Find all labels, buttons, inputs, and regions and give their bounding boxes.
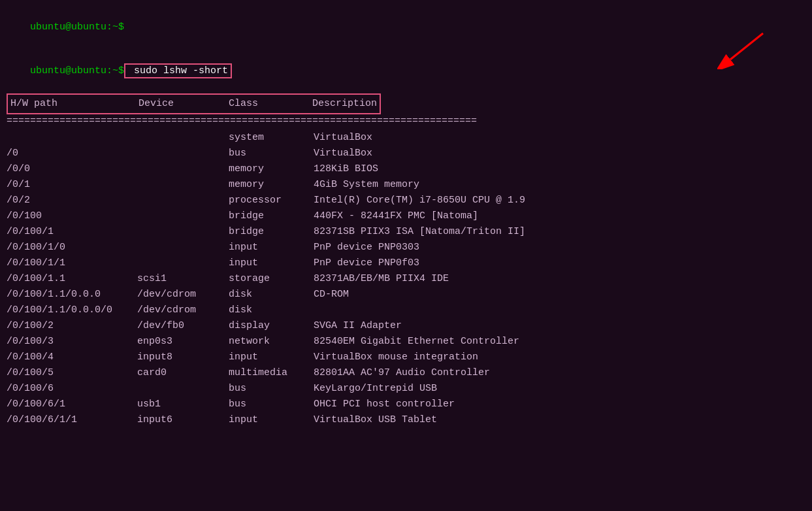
table-row: /0busVirtualBox xyxy=(7,146,805,161)
col-device: scsi1 xyxy=(137,271,229,287)
col-desc: VirtualBox mouse integration xyxy=(314,350,478,365)
table-row: /0/100/6busKeyLargo/Intrepid USB xyxy=(7,381,805,397)
col-device xyxy=(137,161,229,177)
col-device xyxy=(137,130,229,146)
table-row: /0/2processorIntel(R) Core(TM) i7-8650U … xyxy=(7,193,805,208)
col-path xyxy=(7,130,137,146)
col-class: multimedia xyxy=(229,365,314,381)
header-path: H/W path xyxy=(10,95,138,112)
header-box: H/W pathDeviceClassDescription xyxy=(7,93,381,114)
col-desc: VirtualBox USB Tablet xyxy=(314,412,437,428)
col-class: input xyxy=(229,350,314,365)
col-desc: PnP device PNP0f03 xyxy=(314,256,419,271)
table-row: /0/100/1/0inputPnP device PNP0303 xyxy=(7,240,805,256)
table-row: /0/100/1.1/0.0.0/0/dev/cdromdisk xyxy=(7,303,805,318)
col-path: /0/100/5 xyxy=(7,365,137,381)
col-desc: 128KiB BIOS xyxy=(314,161,378,177)
svg-line-1 xyxy=(730,33,763,59)
col-desc: 4GiB System memory xyxy=(314,177,419,193)
col-path: /0/100/1.1/0.0.0 xyxy=(7,287,137,303)
col-device: enp0s3 xyxy=(137,334,229,350)
col-device xyxy=(137,208,229,224)
col-device xyxy=(137,193,229,208)
prompt-text-2: ubuntu@ubuntu:~$ xyxy=(30,65,124,76)
col-desc: KeyLargo/Intrepid USB xyxy=(314,381,437,397)
prompt-line-1: ubuntu@ubuntu:~$ xyxy=(7,5,805,50)
table-row: /0/0memory128KiB BIOS xyxy=(7,161,805,177)
header-device: Device xyxy=(138,95,229,112)
table-row: /0/100/1bridge82371SB PIIX3 ISA [Natoma/… xyxy=(7,224,805,240)
col-device xyxy=(137,256,229,271)
col-device: /dev/cdrom xyxy=(137,287,229,303)
table-row: /0/100/2/dev/fb0displaySVGA II Adapter xyxy=(7,318,805,334)
col-path: /0/100/1 xyxy=(7,224,137,240)
col-device xyxy=(137,224,229,240)
col-class: network xyxy=(229,334,314,350)
col-path: /0/100/6/1/1 xyxy=(7,412,137,428)
table-row: /0/100/5card0multimedia82801AA AC'97 Aud… xyxy=(7,365,805,381)
col-path: /0/100/1/0 xyxy=(7,240,137,256)
col-path: /0/2 xyxy=(7,193,137,208)
col-class: disk xyxy=(229,287,314,303)
col-class: memory xyxy=(229,177,314,193)
col-path: /0/100/1.1 xyxy=(7,271,137,287)
prompt-line-2: ubuntu@ubuntu:~$ sudo lshw -short xyxy=(7,50,805,94)
col-class: bridge xyxy=(229,208,314,224)
col-class: bridge xyxy=(229,224,314,240)
col-class: input xyxy=(229,412,314,428)
col-path: /0/100 xyxy=(7,208,137,224)
col-path: /0/100/1.1/0.0.0/0 xyxy=(7,303,137,318)
col-class: bus xyxy=(229,381,314,397)
command-text: sudo lshw -short xyxy=(124,63,232,78)
col-device: input6 xyxy=(137,412,229,428)
col-class: bus xyxy=(229,397,314,412)
table-row: /0/100/1/1inputPnP device PNP0f03 xyxy=(7,256,805,271)
col-path: /0/100/3 xyxy=(7,334,137,350)
col-class: input xyxy=(229,256,314,271)
col-class: memory xyxy=(229,161,314,177)
col-desc: PnP device PNP0303 xyxy=(314,240,419,256)
col-path: /0/1 xyxy=(7,177,137,193)
col-class: storage xyxy=(229,271,314,287)
header-class: Class xyxy=(229,95,312,112)
col-path: /0/100/1/1 xyxy=(7,256,137,271)
col-device xyxy=(137,381,229,397)
col-class: bus xyxy=(229,146,314,161)
col-device xyxy=(137,146,229,161)
col-path: /0/100/6 xyxy=(7,381,137,397)
col-desc: 82801AA AC'97 Audio Controller xyxy=(314,365,490,381)
col-class: input xyxy=(229,240,314,256)
col-desc: 82540EM Gigabit Ethernet Controller xyxy=(314,334,519,350)
col-device: /dev/cdrom xyxy=(137,303,229,318)
col-desc: VirtualBox xyxy=(314,130,372,146)
col-class: display xyxy=(229,318,314,334)
col-desc: 440FX - 82441FX PMC [Natoma] xyxy=(314,208,478,224)
col-path: /0/100/4 xyxy=(7,350,137,365)
col-device xyxy=(137,240,229,256)
col-device xyxy=(137,177,229,193)
col-desc: 82371SB PIIX3 ISA [Natoma/Triton II] xyxy=(314,224,525,240)
table-row: /0/100/6/1/1input6inputVirtualBox USB Ta… xyxy=(7,412,805,428)
table-row: /0/100/1.1/0.0.0/dev/cdromdiskCD-ROM xyxy=(7,287,805,303)
col-desc: Intel(R) Core(TM) i7-8650U CPU @ 1.9 xyxy=(314,193,525,208)
col-device: card0 xyxy=(137,365,229,381)
col-device: input8 xyxy=(137,350,229,365)
col-path: /0/0 xyxy=(7,161,137,177)
red-arrow-icon xyxy=(717,30,770,69)
col-desc: 82371AB/EB/MB PIIX4 IDE xyxy=(314,271,449,287)
prompt-text-1: ubuntu@ubuntu:~$ xyxy=(30,22,124,33)
table-row: /0/100/3enp0s3network82540EM Gigabit Eth… xyxy=(7,334,805,350)
col-path: /0 xyxy=(7,146,137,161)
separator-line: ========================================… xyxy=(7,114,805,129)
col-class: processor xyxy=(229,193,314,208)
table-row: /0/100/6/1usb1busOHCI PCI host controlle… xyxy=(7,397,805,412)
col-class: system xyxy=(229,130,314,146)
col-desc: OHCI PCI host controller xyxy=(314,397,455,412)
header-row: H/W pathDeviceClassDescription xyxy=(7,93,805,114)
col-device: /dev/fb0 xyxy=(137,318,229,334)
col-path: /0/100/2 xyxy=(7,318,137,334)
col-class: disk xyxy=(229,303,314,318)
header-description: Description xyxy=(312,98,377,109)
table-row: /0/100/4input8inputVirtualBox mouse inte… xyxy=(7,350,805,365)
col-desc: SVGA II Adapter xyxy=(314,318,402,334)
